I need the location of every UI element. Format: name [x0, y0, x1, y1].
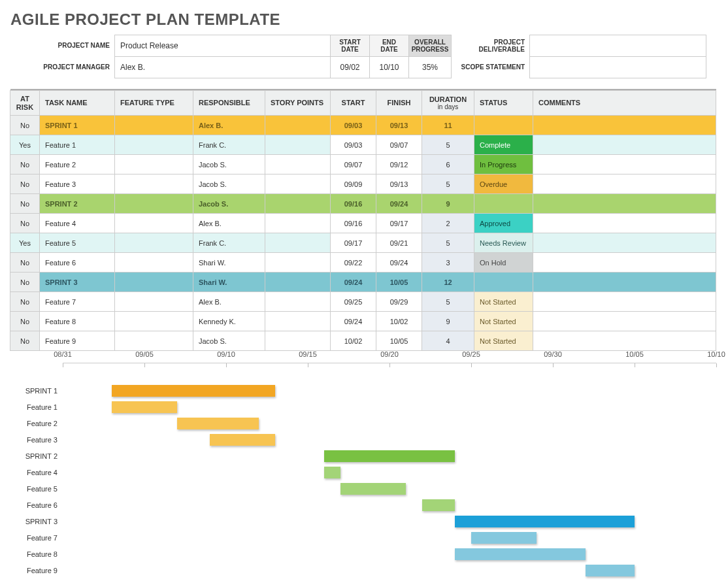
- cell-comments: [533, 233, 716, 253]
- cell-at-risk: No: [10, 154, 40, 174]
- cell-feature-type: [114, 213, 193, 233]
- value-project-manager[interactable]: Alex B.: [114, 56, 331, 78]
- value-scope-statement[interactable]: [529, 56, 706, 78]
- table-row[interactable]: NoFeature 6Shari W.09/2209/243On Hold: [10, 253, 716, 273]
- cell-task-name: Feature 2: [39, 154, 115, 174]
- table-row[interactable]: NoSPRINT 3Shari W.09/2410/0512: [10, 273, 716, 292]
- cell-status[interactable]: Not Started: [474, 311, 533, 331]
- cell-responsible: Alex B.: [193, 213, 265, 233]
- cell-comments: [533, 291, 716, 312]
- cell-feature-type: [114, 272, 193, 292]
- gantt-bar[interactable]: [324, 450, 455, 462]
- cell-status[interactable]: [474, 115, 533, 135]
- gantt-tick-label: 08/31: [54, 350, 72, 358]
- cell-responsible: Shari W.: [193, 252, 265, 273]
- gantt-bar[interactable]: [455, 516, 635, 527]
- table-header-row: AT RISK TASK NAME FEATURE TYPE RESPONSIB…: [10, 91, 716, 116]
- table-row[interactable]: NoFeature 2Jacob S.09/0709/126In Progres…: [10, 155, 716, 174]
- cell-story-points: [265, 174, 331, 194]
- value-overall-progress[interactable]: 35%: [408, 56, 452, 78]
- cell-status[interactable]: [474, 272, 533, 292]
- cell-status[interactable]: Overdue: [474, 174, 533, 194]
- col-duration-sub: in days: [429, 103, 467, 111]
- cell-responsible: Jacob S.: [193, 193, 265, 214]
- cell-finish: 09/24: [376, 193, 422, 214]
- table-row[interactable]: NoSPRINT 1Alex B.09/0309/1311: [10, 116, 716, 135]
- gantt-tick-label: 09/25: [462, 350, 480, 358]
- cell-start: 09/09: [330, 174, 376, 194]
- gantt-tick-label: 09/15: [299, 350, 317, 358]
- cell-comments: [533, 213, 716, 233]
- value-start-date[interactable]: 09/02: [330, 56, 370, 78]
- cell-task-name: Feature 5: [39, 233, 115, 253]
- table-row[interactable]: YesFeature 1Frank C.09/0309/075Complete: [10, 135, 716, 155]
- cell-finish: 09/21: [376, 233, 422, 253]
- cell-duration: 5: [422, 135, 474, 155]
- cell-at-risk: Yes: [10, 233, 40, 253]
- table-row[interactable]: NoSPRINT 2Jacob S.09/1609/249: [10, 194, 716, 214]
- gantt-bar[interactable]: [112, 385, 275, 397]
- gantt-bar[interactable]: [586, 565, 635, 576]
- cell-task-name: Feature 8: [39, 311, 115, 331]
- cell-status[interactable]: On Hold: [474, 252, 533, 273]
- cell-comments: [533, 154, 716, 174]
- cell-story-points: [265, 233, 331, 253]
- gantt-bar[interactable]: [340, 483, 406, 495]
- gantt-row-label: Feature 2: [10, 415, 63, 431]
- cell-duration: 11: [422, 115, 474, 135]
- cell-finish: 10/05: [376, 272, 422, 292]
- gantt-row-label: SPRINT 3: [10, 513, 63, 529]
- cell-finish: 09/29: [376, 291, 422, 312]
- gantt-row-label: SPRINT 1: [10, 382, 63, 399]
- cell-story-points: [265, 291, 331, 312]
- cell-responsible: Jacob S.: [193, 331, 265, 351]
- value-project-deliverable[interactable]: [529, 35, 706, 57]
- col-finish: FINISH: [376, 90, 422, 116]
- gantt-bar[interactable]: [177, 418, 259, 429]
- table-row[interactable]: NoFeature 7Alex B.09/2509/295Not Started: [10, 292, 716, 312]
- cell-responsible: Kennedy K.: [193, 311, 265, 331]
- table-row[interactable]: NoFeature 3Jacob S.09/0909/135Overdue: [10, 174, 716, 194]
- table-row[interactable]: NoFeature 9Jacob S.10/0210/054Not Starte…: [10, 331, 716, 351]
- cell-duration: 6: [422, 154, 474, 174]
- label-end-date: END DATE: [369, 35, 409, 57]
- cell-at-risk: No: [10, 174, 40, 194]
- cell-start: 09/22: [330, 252, 376, 273]
- cell-status[interactable]: [474, 193, 533, 214]
- cell-task-name: Feature 7: [39, 291, 115, 312]
- gantt-bar[interactable]: [324, 467, 340, 478]
- gantt-bar[interactable]: [210, 434, 275, 446]
- cell-start: 09/24: [330, 311, 376, 331]
- value-project-name[interactable]: Product Release: [114, 35, 331, 57]
- cell-story-points: [265, 252, 331, 273]
- table-row[interactable]: YesFeature 5Frank C.09/1709/215Needs Rev…: [10, 233, 716, 253]
- gantt-bar[interactable]: [455, 548, 586, 560]
- cell-at-risk: No: [10, 272, 40, 292]
- gantt-bar[interactable]: [112, 401, 177, 413]
- cell-finish: 09/17: [376, 213, 422, 233]
- cell-status[interactable]: In Progress: [474, 154, 533, 174]
- cell-feature-type: [114, 154, 193, 174]
- table-row[interactable]: NoFeature 4Alex B.09/1609/172Approved: [10, 214, 716, 233]
- project-header: PROJECT NAME Product Release START DATE …: [10, 35, 718, 78]
- cell-status[interactable]: Complete: [474, 135, 533, 155]
- cell-status[interactable]: Not Started: [474, 331, 533, 351]
- cell-status[interactable]: Approved: [474, 213, 533, 233]
- cell-duration: 9: [422, 311, 474, 331]
- gantt-row-label: Feature 6: [10, 497, 63, 513]
- gantt-bar[interactable]: [471, 532, 537, 544]
- cell-feature-type: [114, 135, 193, 155]
- table-row[interactable]: NoFeature 8Kennedy K.09/2410/029Not Star…: [10, 312, 716, 331]
- gantt-bar[interactable]: [422, 499, 455, 511]
- label-project-name: PROJECT NAME: [10, 35, 115, 57]
- cell-status[interactable]: Needs Review: [474, 233, 533, 253]
- cell-start: 09/16: [330, 213, 376, 233]
- cell-duration: 3: [422, 252, 474, 273]
- cell-story-points: [265, 311, 331, 331]
- cell-status[interactable]: Not Started: [474, 291, 533, 312]
- label-project-manager: PROJECT MANAGER: [10, 56, 115, 78]
- col-responsible: RESPONSIBLE: [193, 90, 265, 116]
- cell-feature-type: [114, 311, 193, 331]
- gantt-row-label: Feature 1: [10, 399, 63, 415]
- value-end-date[interactable]: 10/10: [369, 56, 409, 78]
